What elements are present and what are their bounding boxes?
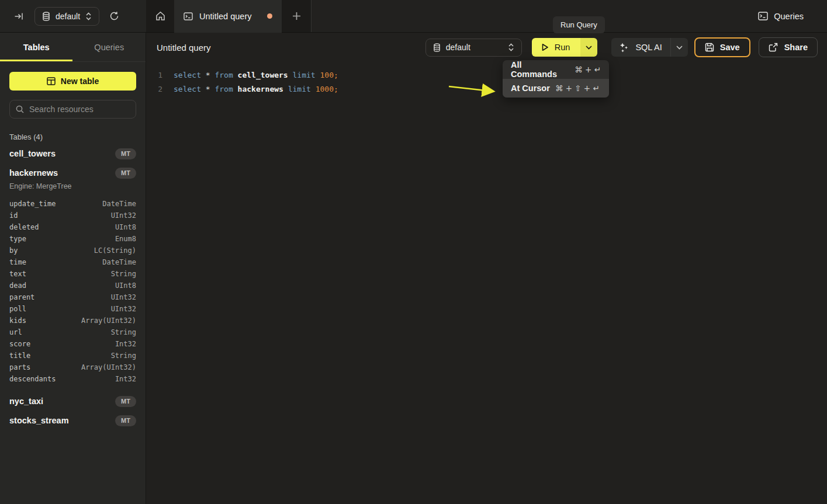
table-name: nyc_taxi: [9, 397, 43, 406]
refresh-icon[interactable]: [109, 11, 119, 21]
query-tab[interactable]: Untitled query: [174, 0, 282, 33]
table-engine-badge: MT: [115, 148, 136, 159]
run-options-menu: All Commands⌘ + ↵At Cursor⌘ + ⇧ + ↵: [503, 60, 609, 98]
table-name: cell_towers: [9, 149, 56, 158]
database-icon: [42, 12, 50, 21]
play-icon: [541, 43, 549, 51]
column-row: byLC(String): [9, 245, 136, 256]
sql-ai-button[interactable]: SQL AI: [611, 43, 670, 53]
column-row: idUInt32: [9, 210, 136, 221]
table-engine-badge: MT: [115, 168, 136, 179]
search-box: [9, 100, 136, 119]
table-row[interactable]: stocks_streamMT: [9, 413, 136, 427]
terminal-icon: [184, 12, 193, 20]
column-row: deadUInt8: [9, 280, 136, 291]
sidebar-tab-tables[interactable]: Tables: [0, 33, 73, 61]
column-name: score: [9, 338, 30, 350]
run-menu-item[interactable]: All Commands⌘ + ↵: [503, 60, 609, 79]
column-name: dead: [9, 280, 26, 291]
save-button[interactable]: Save: [694, 37, 750, 57]
sidebar-tab-queries[interactable]: Queries: [73, 33, 146, 61]
column-row: urlString: [9, 326, 136, 338]
column-type: DateTime: [102, 256, 136, 268]
main-panel: Untitled query default: [146, 33, 827, 504]
column-name: id: [9, 210, 18, 221]
queries-button[interactable]: Queries: [758, 12, 804, 21]
column-name: text: [9, 268, 26, 280]
collapse-sidebar-icon[interactable]: [14, 12, 23, 21]
tab-label: Untitled query: [199, 12, 251, 21]
new-tab-button[interactable]: [282, 0, 311, 32]
code-text: select * from hackernews limit 1000;: [174, 85, 338, 93]
column-row: textString: [9, 268, 136, 280]
topbar-database-selector[interactable]: default: [34, 7, 99, 26]
query-toolbar: Untitled query default: [146, 33, 827, 62]
column-name: poll: [9, 303, 26, 315]
share-label: Share: [784, 43, 808, 52]
database-icon: [433, 43, 441, 52]
share-icon: [769, 43, 778, 52]
code-line[interactable]: 2select * from hackernews limit 1000;: [155, 82, 827, 96]
table-icon: [47, 77, 56, 85]
column-type: Int32: [115, 338, 136, 350]
column-type: String: [111, 268, 136, 280]
table-engine-label: Engine: MergeTree: [9, 182, 136, 194]
column-row: update_timeDateTime: [9, 198, 136, 210]
menu-item-label: All Commands: [511, 60, 569, 79]
sql-editor[interactable]: 1select * from cell_towers limit 100;2se…: [146, 62, 827, 504]
column-row: typeEnum8: [9, 233, 136, 245]
table-engine-badge: MT: [115, 415, 136, 426]
share-button[interactable]: Share: [759, 37, 818, 57]
queries-terminal-icon: [758, 12, 768, 20]
column-name: deleted: [9, 221, 39, 233]
topbar-left: default: [0, 0, 146, 32]
column-name: type: [9, 233, 26, 245]
run-button[interactable]: Run: [532, 38, 581, 57]
column-row: kidsArray(UInt32): [9, 315, 136, 326]
column-row: descendantsInt32: [9, 373, 136, 385]
table-name: stocks_stream: [9, 416, 69, 425]
table-row[interactable]: nyc_taxiMT: [9, 394, 136, 408]
column-row: pollUInt32: [9, 303, 136, 315]
column-name: time: [9, 256, 26, 268]
search-input[interactable]: [29, 105, 135, 114]
column-row: scoreInt32: [9, 338, 136, 350]
topbar-right: Untitled query Queries: [146, 0, 827, 32]
home-icon[interactable]: [155, 11, 165, 21]
table-row[interactable]: hackernewsMT: [9, 166, 136, 180]
code-text: select * from cell_towers limit 100;: [174, 71, 338, 79]
menu-item-shortcut: ⌘ + ⇧ + ↵: [555, 84, 600, 93]
tab-strip: Untitled query: [146, 0, 312, 32]
column-type: Array(UInt32): [81, 362, 136, 373]
topbar-database-value: default: [56, 12, 80, 21]
column-type: UInt32: [111, 303, 136, 315]
content: Tables Queries New table: [0, 33, 827, 504]
line-number: 1: [155, 71, 162, 79]
column-name: parts: [9, 362, 30, 373]
toolbar-database-selector[interactable]: default: [425, 39, 522, 57]
code-line[interactable]: 1select * from cell_towers limit 100;: [155, 68, 827, 82]
column-type: Enum8: [115, 233, 136, 245]
sql-ai-options-button[interactable]: [670, 38, 688, 57]
sql-ai-split-button[interactable]: SQL AI: [611, 38, 687, 57]
unsaved-dot: [267, 13, 272, 19]
column-row: parentUInt32: [9, 291, 136, 303]
table-row[interactable]: cell_towersMT: [9, 147, 136, 161]
column-type: UInt8: [115, 221, 136, 233]
sidebar-tabs: Tables Queries: [0, 33, 146, 62]
table-engine-badge: MT: [115, 396, 136, 407]
new-table-button[interactable]: New table: [9, 72, 136, 91]
active-tab-underline: [0, 60, 72, 61]
column-name: update_time: [9, 198, 56, 210]
column-name: title: [9, 350, 30, 362]
save-icon: [705, 43, 714, 52]
save-label: Save: [720, 43, 740, 52]
column-type: LC(String): [94, 245, 136, 256]
sparkles-icon: [619, 43, 629, 53]
column-name: descendants: [9, 373, 56, 385]
run-menu-item[interactable]: At Cursor⌘ + ⇧ + ↵: [503, 79, 609, 98]
column-type: String: [111, 326, 136, 338]
tables-list: cell_towersMThackernewsMTEngine: MergeTr…: [9, 147, 136, 427]
toolbar-database-value: default: [446, 43, 503, 52]
run-options-button[interactable]: [580, 38, 597, 57]
